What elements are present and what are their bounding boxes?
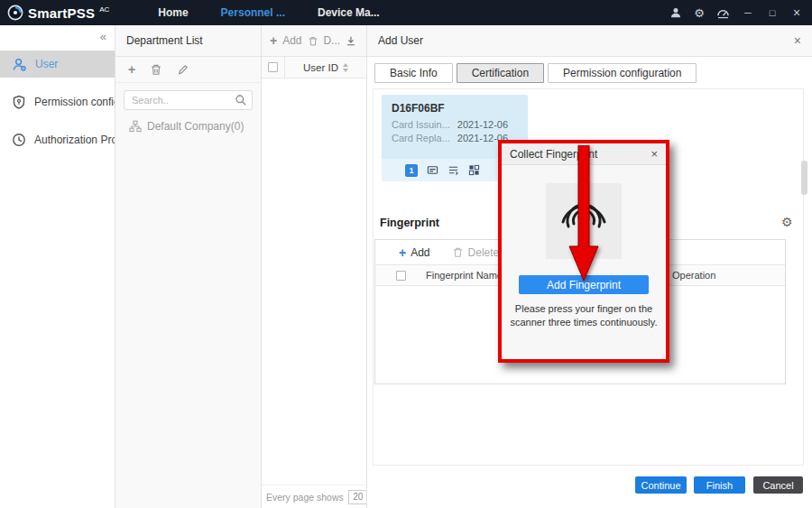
add-user-tabs: Basic Info Certification Permission conf…: [374, 63, 697, 83]
edit-department-icon[interactable]: [177, 63, 189, 76]
card-issue-date: 2021-12-06: [457, 119, 508, 130]
sidebar-item-label: Authorization Prog...: [34, 134, 115, 146]
fingerprint-section-title: Fingerprint: [380, 217, 439, 229]
main-area: « User Perm: [0, 25, 812, 508]
card-op-replace-icon[interactable]: [448, 164, 459, 176]
add-user-title: Add User: [378, 34, 423, 47]
clock-icon: [12, 133, 26, 147]
page-size-input[interactable]: [348, 490, 366, 504]
nav-tab-personnel[interactable]: Personnel ...: [205, 6, 301, 19]
add-fingerprint-button[interactable]: Add Fingerprint: [519, 275, 649, 294]
tab-permission-configuration[interactable]: Permission configuration: [548, 63, 697, 83]
shield-icon: [12, 95, 26, 109]
app-logo: SmartPSS AC: [0, 5, 118, 21]
select-all-checkbox[interactable]: [268, 62, 278, 72]
department-panel-header: Department List: [115, 25, 261, 57]
delete-department-icon[interactable]: [150, 63, 162, 76]
user-account-icon[interactable]: [669, 6, 682, 19]
trash-icon: [452, 246, 464, 258]
card-issue-row: Card Issuin... 2021-12-06: [382, 119, 528, 133]
dialog-titlebar: Collect Fingerprint ×: [502, 143, 666, 165]
user-list-toolbar: + Add D...: [262, 25, 366, 57]
fingerprint-icon: [555, 192, 613, 250]
tree-item-default-company[interactable]: Default Company(0): [115, 115, 261, 133]
dialog-title: Collect Fingerprint: [510, 148, 597, 161]
close-window-button[interactable]: ×: [790, 6, 803, 19]
add-fingerprint-toolbar-button[interactable]: + Add: [399, 246, 430, 259]
department-search-input[interactable]: [124, 90, 253, 110]
department-search: [124, 90, 253, 110]
add-fingerprint-toolbar-label: Add: [411, 246, 429, 259]
finish-button[interactable]: Finish: [694, 476, 745, 494]
dialog-instruction: Please press your finger on the scanner …: [510, 302, 657, 330]
user-table-header: User ID: [262, 57, 366, 79]
fingerprint-select-all-checkbox[interactable]: [396, 271, 406, 281]
close-panel-icon[interactable]: ×: [794, 33, 801, 48]
sidebar-items: User Permission config.. Authorizat: [0, 25, 115, 153]
app-suffix: AC: [99, 5, 109, 14]
cancel-button[interactable]: Cancel: [753, 476, 803, 494]
export-download-icon[interactable]: [346, 35, 356, 47]
sidebar-item-user[interactable]: User: [0, 51, 115, 78]
titlebar-actions: ⚙ ─ □ ×: [669, 6, 812, 19]
sidebar: « User Perm: [0, 25, 115, 508]
main-nav: Home Personnel ... Device Ma...: [142, 0, 395, 25]
card-number: D16F06BF: [382, 95, 528, 119]
delete-user-label[interactable]: D...: [323, 34, 340, 47]
tab-basic-info[interactable]: Basic Info: [374, 63, 453, 83]
user-id-column-label: User ID: [303, 62, 338, 73]
vertical-scrollbar-thumb[interactable]: [801, 161, 807, 195]
delete-fingerprint-toolbar-button[interactable]: Delete: [452, 246, 500, 259]
delete-user-icon[interactable]: [308, 35, 318, 47]
main-card-badge[interactable]: 1: [405, 164, 418, 177]
fingerprint-select-all-cell: [375, 271, 426, 281]
sidebar-collapse-icon[interactable]: «: [100, 30, 106, 43]
card-op-more-icon[interactable]: [468, 164, 480, 176]
app-name: SmartPSS: [28, 5, 95, 21]
sort-icon[interactable]: [343, 63, 348, 72]
tab-certification-label: Certification: [472, 67, 529, 79]
operation-column-header: Operation: [663, 270, 785, 281]
plus-icon: +: [399, 246, 406, 259]
select-all-cell: [262, 57, 285, 78]
continue-button[interactable]: Continue: [635, 476, 687, 494]
app-logo-icon: [7, 5, 23, 21]
sidebar-item-authorization-progress[interactable]: Authorization Prog...: [0, 126, 115, 153]
dialog-close-icon[interactable]: ×: [651, 147, 658, 161]
nav-tab-device[interactable]: Device Ma...: [301, 6, 396, 19]
dialog-instruction-line2: scanner three times continuously.: [510, 316, 657, 329]
department-toolbar: +: [115, 57, 261, 83]
search-icon[interactable]: [235, 94, 247, 106]
dialog-body: Add Fingerprint Please press your finger…: [502, 165, 666, 359]
add-user-header: Add User ×: [367, 25, 812, 57]
gauge-icon[interactable]: [716, 7, 730, 19]
smartpss-window: SmartPSS AC Home Personnel ... Device Ma…: [0, 0, 812, 508]
user-table-body: [262, 79, 366, 485]
add-user-icon[interactable]: +: [270, 34, 277, 47]
org-tree-icon: [129, 120, 142, 133]
user-gear-icon: [12, 57, 27, 72]
minimize-button[interactable]: ─: [742, 8, 754, 18]
page-size-label: Every page shows: [266, 492, 344, 503]
user-list-panel: + Add D... User ID: [262, 25, 367, 508]
card-replace-label: Card Repla...: [392, 133, 450, 143]
nav-tab-home[interactable]: Home: [142, 6, 204, 19]
tab-certification[interactable]: Certification: [457, 63, 544, 83]
tab-basic-info-label: Basic Info: [390, 67, 438, 79]
settings-gear-icon[interactable]: ⚙: [694, 7, 705, 19]
fingerprint-image: [546, 183, 622, 259]
delete-fingerprint-toolbar-label: Delete: [468, 246, 500, 259]
card-issue-label: Card Issuin...: [392, 119, 450, 130]
add-user-label[interactable]: Add: [282, 34, 301, 47]
sidebar-item-label: Permission config..: [34, 96, 115, 108]
maximize-button[interactable]: □: [766, 8, 779, 18]
card-op-loss-icon[interactable]: [427, 164, 438, 176]
tree-item-label: Default Company(0): [147, 120, 244, 133]
add-department-icon[interactable]: +: [128, 63, 135, 76]
tab-permission-configuration-label: Permission configuration: [563, 67, 681, 79]
titlebar: SmartPSS AC Home Personnel ... Device Ma…: [0, 0, 812, 25]
pagination-bar: Every page shows: [262, 485, 366, 508]
user-id-column-header[interactable]: User ID: [285, 62, 366, 73]
sidebar-item-permission-config[interactable]: Permission config..: [0, 88, 115, 115]
fingerprint-settings-gear-icon[interactable]: ⚙: [781, 215, 793, 229]
